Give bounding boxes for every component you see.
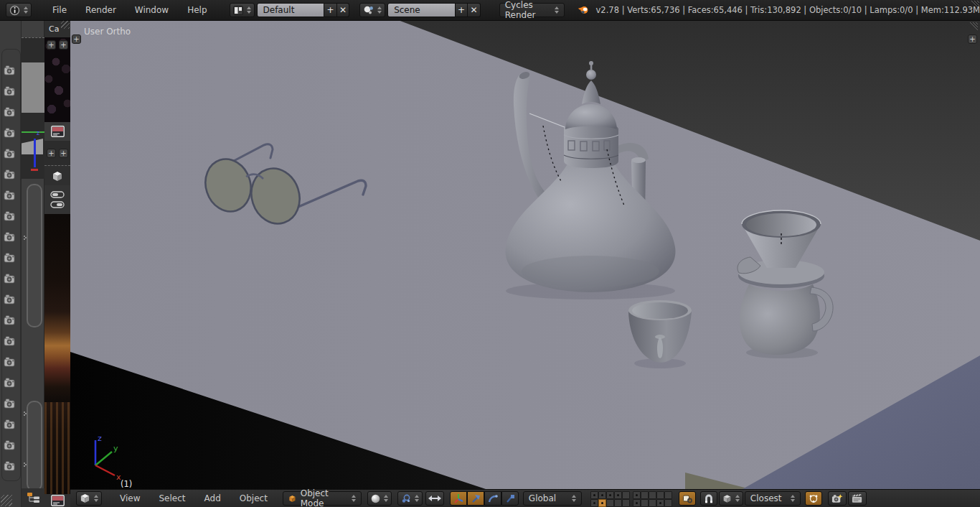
stepper[interactable] xyxy=(377,6,382,14)
translate-manipulator-button[interactable] xyxy=(467,491,484,506)
layer-cell[interactable] xyxy=(656,491,664,499)
layer-cell[interactable] xyxy=(622,499,630,507)
layer-cell[interactable] xyxy=(598,491,606,499)
camera-tab-icon[interactable] xyxy=(4,190,17,201)
camera-tab-icon[interactable] xyxy=(4,252,17,264)
menu-help[interactable]: Help xyxy=(178,5,216,15)
stepper[interactable] xyxy=(555,6,559,14)
menu-select[interactable]: Select xyxy=(149,493,194,503)
snap-toggle-button[interactable] xyxy=(700,491,717,506)
viewport-shading-button[interactable] xyxy=(367,491,392,506)
scene-name-field[interactable]: Scene xyxy=(387,3,456,17)
expand-toolshelf-button[interactable]: + xyxy=(72,34,81,44)
layer-cell[interactable] xyxy=(633,499,641,507)
layer-cell[interactable] xyxy=(664,491,672,499)
stepper[interactable] xyxy=(24,6,28,14)
menu-file[interactable]: File xyxy=(43,5,76,15)
camera-tab-icon[interactable] xyxy=(4,356,17,368)
stepper[interactable] xyxy=(94,495,98,502)
stepper[interactable] xyxy=(415,495,419,502)
menu-view[interactable]: View xyxy=(110,493,149,503)
properties-editor-strip[interactable] xyxy=(0,20,22,507)
drag-handle-dots[interactable] xyxy=(24,236,27,241)
layer-cell[interactable] xyxy=(590,499,598,507)
stepper[interactable] xyxy=(735,495,740,502)
editor-type-info-button[interactable] xyxy=(6,3,32,17)
camera-tab-icon[interactable] xyxy=(4,210,17,222)
manipulate-center-points-toggle[interactable] xyxy=(425,491,444,506)
scale-manipulator-button[interactable] xyxy=(501,491,519,506)
image-thumbnail-coffee-beans[interactable] xyxy=(44,37,70,122)
camera-tab-icon[interactable] xyxy=(4,439,17,451)
camera-tab-icon[interactable] xyxy=(4,398,17,409)
expand-region-button[interactable]: + xyxy=(59,149,68,158)
mini-3d-preview[interactable]: z xyxy=(22,37,44,179)
layer-cell[interactable] xyxy=(622,491,630,499)
layer-cell[interactable] xyxy=(649,491,656,499)
editor-type-3dview-button[interactable] xyxy=(76,491,102,506)
manipulator-toggle-button[interactable] xyxy=(450,491,467,506)
area-resize-grip[interactable] xyxy=(1,495,12,506)
add-scene-button[interactable]: + xyxy=(456,3,468,17)
area-resize-grip[interactable] xyxy=(61,20,70,29)
expand-region-button[interactable]: + xyxy=(59,40,68,50)
snap-self-toggle[interactable] xyxy=(805,491,822,506)
drag-handle-dots[interactable] xyxy=(24,411,27,417)
camera-tab-icon[interactable] xyxy=(4,315,17,326)
image-thumbnail-bar-scene[interactable] xyxy=(44,214,70,402)
menu-object[interactable]: Object xyxy=(230,493,277,503)
image-thumbnail-bookshelf[interactable] xyxy=(44,402,70,494)
pivot-point-button[interactable] xyxy=(397,491,423,506)
screen-layout-name-field[interactable]: Default xyxy=(257,3,325,17)
camera-tab-icon[interactable] xyxy=(4,85,17,97)
layer-cell[interactable] xyxy=(641,499,649,507)
stepper[interactable] xyxy=(384,495,388,502)
scrollbar[interactable] xyxy=(27,184,42,327)
image-editor-strip[interactable]: Ca + + + + xyxy=(44,20,70,507)
image-editor-footer[interactable] xyxy=(44,122,70,141)
mini-3d-view-strip[interactable]: + z xyxy=(22,20,44,507)
layer-cell[interactable] xyxy=(649,499,656,507)
add-layout-button[interactable]: + xyxy=(324,3,336,17)
layer-cell[interactable] xyxy=(633,491,641,499)
layer-cell[interactable] xyxy=(614,499,622,507)
camera-tab-icon[interactable] xyxy=(4,169,17,180)
camera-tab-icon[interactable] xyxy=(4,65,17,76)
menu-render[interactable]: Render xyxy=(76,5,126,15)
camera-tab-icon[interactable] xyxy=(4,294,17,305)
close-layout-button[interactable]: ✕ xyxy=(337,3,349,17)
menu-add[interactable]: Add xyxy=(195,493,230,503)
lock-to-scene-toggle[interactable] xyxy=(679,491,696,506)
image-editor-footer[interactable] xyxy=(44,494,70,507)
render-engine-select[interactable]: Cycles Render xyxy=(499,3,565,17)
layer-cell[interactable] xyxy=(614,491,622,499)
snap-target-select[interactable]: Closest xyxy=(745,491,801,506)
scrollbar[interactable] xyxy=(27,401,42,491)
screen-layout-button[interactable] xyxy=(230,3,255,17)
expand-properties-button[interactable]: + xyxy=(968,34,977,44)
outliner-header[interactable] xyxy=(22,488,47,507)
camera-tab-icon[interactable] xyxy=(4,335,17,347)
stepper[interactable] xyxy=(791,495,795,502)
stepper[interactable] xyxy=(352,495,356,502)
camera-tab-icon[interactable] xyxy=(4,377,17,389)
camera-tab-icon[interactable] xyxy=(4,460,17,472)
corner-grip-icon[interactable] xyxy=(969,0,980,11)
stepper[interactable] xyxy=(572,495,576,502)
stepper[interactable] xyxy=(247,6,251,14)
layer-cell[interactable] xyxy=(606,499,614,507)
menu-window[interactable]: Window xyxy=(126,5,178,15)
transform-orientation-select[interactable]: Global xyxy=(523,491,582,506)
camera-tab-icon[interactable] xyxy=(4,419,17,430)
opengl-render-button[interactable] xyxy=(828,491,847,506)
layer-cell[interactable] xyxy=(664,499,672,507)
3d-viewport[interactable]: z y x (1) User Ortho + + xyxy=(70,20,980,489)
camera-tab-icon[interactable] xyxy=(4,148,17,159)
snap-element-button[interactable] xyxy=(719,491,743,506)
rotate-manipulator-button[interactable] xyxy=(484,491,501,506)
close-scene-button[interactable]: ✕ xyxy=(468,3,480,17)
layer-cell[interactable] xyxy=(606,491,614,499)
layer-cell[interactable] xyxy=(598,499,606,507)
layer-cell[interactable] xyxy=(641,491,649,499)
tool-strip[interactable] xyxy=(44,185,70,214)
